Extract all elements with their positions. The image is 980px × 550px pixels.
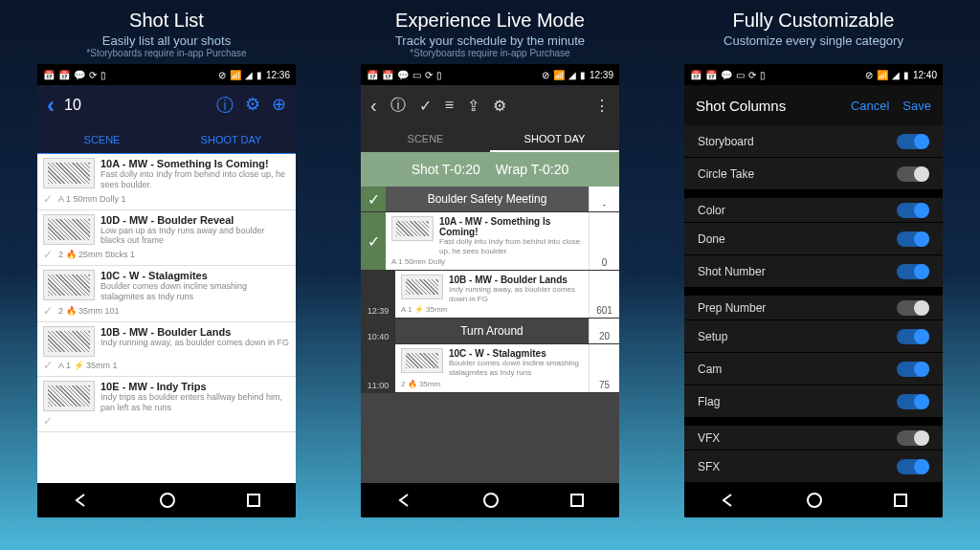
live-list[interactable]: ✓ Boulder Safety Meeting - ✓10A - MW - S… [361, 187, 619, 483]
storyboard-thumb[interactable] [401, 275, 443, 299]
toggle-switch[interactable] [897, 166, 929, 182]
check-col[interactable]: ✓ [361, 212, 386, 270]
wifi-icon: 📶 [230, 70, 241, 80]
add-icon[interactable]: ⊕ [272, 94, 286, 117]
storyboard-thumb[interactable] [43, 158, 95, 188]
nav-back-icon[interactable] [720, 493, 735, 508]
live-row[interactable]: 11:00 10C - W - Stalagmites Boulder come… [361, 344, 619, 392]
storyboard-thumb[interactable] [43, 214, 95, 245]
shot-title: 10B - MW - Boulder Lands [100, 326, 290, 338]
setting-label: SFX [698, 460, 720, 473]
save-button[interactable]: Save [902, 99, 931, 113]
tab-scene[interactable]: SCENE [37, 125, 167, 153]
banner-row[interactable]: 10:40 Turn Around 20 [361, 319, 619, 344]
nav-home-icon[interactable] [807, 493, 822, 508]
nav-recent-icon[interactable] [570, 494, 584, 507]
info-icon[interactable]: ⓘ [390, 96, 406, 116]
overflow-icon[interactable]: ⋮ [594, 97, 610, 115]
cancel-button[interactable]: Cancel [851, 99, 889, 113]
android-nav [37, 483, 296, 517]
setting-row[interactable]: Cam [684, 353, 943, 385]
shot-list[interactable]: 10A - MW - Something Is Coming!Fast doll… [37, 154, 296, 483]
banner-row[interactable]: ✓ Boulder Safety Meeting - [361, 187, 619, 212]
status-left: 📅📅💬⟳▯ [43, 70, 106, 80]
storyboard-thumb[interactable] [401, 348, 443, 373]
setting-row[interactable]: Flag [684, 385, 943, 418]
shot-title: 10A - MW - Something Is Coming! [439, 216, 583, 237]
shot-title: 10E - MW - Indy Trips [100, 381, 290, 392]
info-icon[interactable]: ⓘ [216, 94, 234, 117]
status-bar: 📅📅💬▭⟳▯ ⊘📶◢▮12:40 [684, 64, 943, 85]
clock: 12:40 [913, 70, 937, 80]
phone-live-mode: 📅📅💬▭⟳▯ ⊘📶◢▮12:39 ‹ ⓘ ✓ ≡ ⇪ ⚙ ⋮ SCENE SHO… [361, 64, 619, 517]
tab-shoot-day[interactable]: SHOOT DAY [167, 125, 296, 153]
tab-scene[interactable]: SCENE [361, 125, 490, 152]
shot-meta: A 1 50mm Dolly [391, 255, 583, 266]
shot-item[interactable]: 10B - MW - Boulder LandsIndy running awa… [37, 322, 296, 377]
toggle-switch[interactable] [897, 300, 929, 316]
screen-icon: ▭ [736, 70, 745, 80]
storyboard-thumb[interactable] [391, 216, 434, 241]
count: 75 [589, 344, 619, 391]
toggle-switch[interactable] [897, 231, 929, 247]
live-row[interactable]: 12:3910B - MW - Boulder LandsIndy runnin… [361, 271, 619, 319]
gear-icon[interactable]: ⚙ [245, 94, 260, 117]
setting-row[interactable]: Circle Take [684, 158, 943, 190]
setting-label: Flag [698, 395, 720, 408]
gear-icon[interactable]: ⚙ [493, 97, 506, 115]
toggle-switch[interactable] [897, 394, 929, 409]
storyboard-thumb[interactable] [43, 270, 95, 300]
setting-row[interactable]: Done [684, 223, 943, 255]
app-header: ‹ ⓘ ✓ ≡ ⇪ ⚙ ⋮ [361, 85, 619, 125]
settings-list[interactable]: StoryboardCircle TakeColorDoneShot Numbe… [684, 125, 943, 483]
shot-item[interactable]: 10C - W - StalagmitesBoulder comes down … [37, 266, 296, 322]
wifi-icon: 📶 [877, 70, 888, 80]
back-button[interactable]: ‹ [370, 95, 377, 117]
chat-icon: 💬 [74, 70, 85, 80]
shot-meta: ✓ A 1 ⚡ 35mm 1 [43, 357, 290, 372]
setting-row[interactable]: Storyboard [684, 125, 943, 158]
calendar-icon: 📅 [43, 70, 55, 80]
column-customizable: Fully Customizable Customize every singl… [660, 10, 967, 517]
check-icon[interactable]: ✓ [419, 97, 432, 115]
toggle-switch[interactable] [897, 459, 929, 474]
shot-desc: Low pan up as Indy runs away and boulder… [100, 226, 290, 247]
toggle-switch[interactable] [897, 362, 929, 377]
back-button[interactable]: ‹ [47, 92, 55, 119]
col-note: *Storyboards require in-app Purchase [410, 48, 569, 58]
nav-recent-icon[interactable] [247, 494, 260, 507]
toggle-switch[interactable] [897, 134, 929, 149]
toggle-switch[interactable] [897, 264, 929, 279]
toggle-switch[interactable] [897, 329, 929, 344]
share-icon[interactable]: ⇪ [467, 97, 479, 115]
storyboard-thumb[interactable] [43, 381, 95, 411]
clock: 12:36 [266, 70, 290, 80]
nav-back-icon[interactable] [396, 493, 412, 508]
col-note [813, 48, 815, 58]
shot-item[interactable]: 10D - MW - Boulder RevealLow pan up as I… [37, 210, 296, 267]
sync-icon: ⟳ [89, 70, 97, 80]
setting-row[interactable]: Prep Number [684, 288, 943, 320]
storyboard-thumb[interactable] [43, 326, 95, 357]
tab-shoot-day[interactable]: SHOOT DAY [490, 125, 619, 152]
shot-item[interactable]: 10A - MW - Something Is Coming!Fast doll… [37, 154, 296, 210]
shot-item[interactable]: 10E - MW - Indy TripsIndy trips as bould… [37, 377, 296, 433]
list-icon[interactable]: ≡ [445, 97, 454, 114]
toggle-switch[interactable] [897, 430, 929, 446]
chat-icon: 💬 [721, 70, 732, 80]
nav-home-icon[interactable] [160, 493, 175, 508]
setting-row[interactable]: SFX [684, 451, 943, 483]
live-row[interactable]: ✓10A - MW - Something Is Coming!Fast dol… [361, 212, 619, 271]
toggle-switch[interactable] [897, 203, 929, 218]
nav-back-icon[interactable] [73, 493, 88, 508]
setting-row[interactable]: Shot Number [684, 255, 943, 288]
setting-row[interactable]: Setup [684, 320, 943, 353]
nav-recent-icon[interactable] [894, 494, 907, 507]
phone-settings: 📅📅💬▭⟳▯ ⊘📶◢▮12:40 Shot Columns Cancel Sav… [684, 64, 943, 517]
calendar-icon: 📅 [382, 70, 393, 80]
setting-row[interactable]: Color [684, 190, 943, 223]
setting-row[interactable]: VFX [684, 418, 943, 451]
check-col[interactable]: ✓ [361, 187, 386, 211]
device-icon: ▯ [760, 70, 766, 80]
nav-home-icon[interactable] [483, 493, 499, 508]
